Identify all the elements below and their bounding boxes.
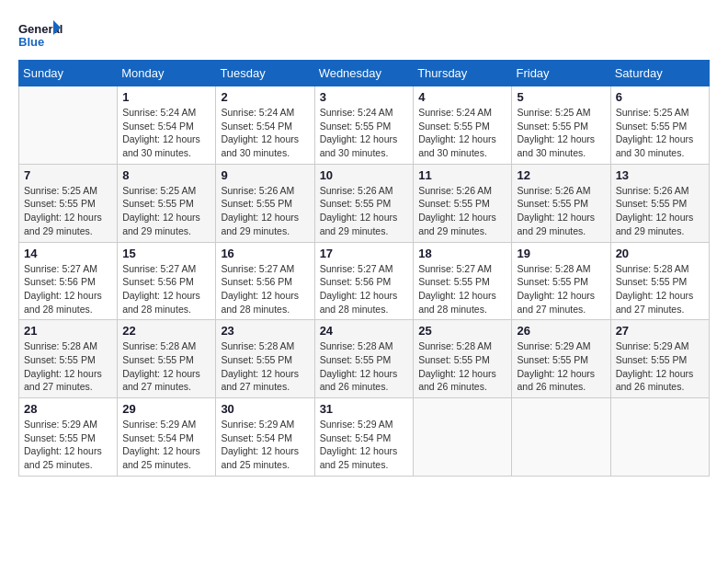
day-info: Sunrise: 5:25 AMSunset: 5:55 PMDaylight:… [24,184,112,238]
day-number: 5 [517,90,605,104]
day-number: 22 [122,324,210,338]
day-number: 12 [517,168,605,182]
day-number: 26 [517,324,605,338]
calendar-cell: 1Sunrise: 5:24 AMSunset: 5:54 PMDaylight… [118,86,216,165]
calendar-cell: 22Sunrise: 5:28 AMSunset: 5:55 PMDayligh… [118,320,216,398]
day-info: Sunrise: 5:28 AMSunset: 5:55 PMDaylight:… [517,262,605,316]
day-info: Sunrise: 5:27 AMSunset: 5:56 PMDaylight:… [122,262,210,316]
day-of-week-tuesday: Tuesday [216,61,314,86]
calendar-cell: 18Sunrise: 5:27 AMSunset: 5:55 PMDayligh… [414,242,512,320]
day-number: 1 [122,90,210,104]
calendar-cell: 28Sunrise: 5:29 AMSunset: 5:55 PMDayligh… [19,398,118,477]
calendar-cell: 29Sunrise: 5:29 AMSunset: 5:54 PMDayligh… [118,398,216,477]
day-info: Sunrise: 5:28 AMSunset: 5:55 PMDaylight:… [320,339,409,394]
week-row-2: 7Sunrise: 5:25 AMSunset: 5:55 PMDaylight… [19,164,710,242]
day-info: Sunrise: 5:25 AMSunset: 5:55 PMDaylight:… [616,106,704,160]
logo: GeneralBlue [18,18,64,51]
day-info: Sunrise: 5:28 AMSunset: 5:55 PMDaylight:… [122,339,210,394]
calendar-cell: 13Sunrise: 5:26 AMSunset: 5:55 PMDayligh… [610,164,709,242]
day-info: Sunrise: 5:28 AMSunset: 5:55 PMDaylight:… [616,262,704,316]
calendar-table: SundayMondayTuesdayWednesdayThursdayFrid… [18,60,710,477]
day-number: 13 [616,168,704,182]
calendar-cell: 16Sunrise: 5:27 AMSunset: 5:56 PMDayligh… [216,242,314,320]
day-number: 27 [616,324,704,338]
calendar-cell: 21Sunrise: 5:28 AMSunset: 5:55 PMDayligh… [19,320,118,398]
calendar-cell: 15Sunrise: 5:27 AMSunset: 5:56 PMDayligh… [118,242,216,320]
week-row-1: 1Sunrise: 5:24 AMSunset: 5:54 PMDaylight… [19,86,710,165]
day-info: Sunrise: 5:25 AMSunset: 5:55 PMDaylight:… [122,184,210,238]
day-info: Sunrise: 5:24 AMSunset: 5:55 PMDaylight:… [418,106,506,160]
day-info: Sunrise: 5:26 AMSunset: 5:55 PMDaylight:… [517,184,605,238]
day-info: Sunrise: 5:29 AMSunset: 5:54 PMDaylight:… [221,418,309,472]
day-number: 21 [24,324,112,338]
calendar-cell: 7Sunrise: 5:25 AMSunset: 5:55 PMDaylight… [19,164,118,242]
calendar-cell: 9Sunrise: 5:26 AMSunset: 5:55 PMDaylight… [216,164,314,242]
calendar-cell: 4Sunrise: 5:24 AMSunset: 5:55 PMDaylight… [414,86,512,165]
day-number: 31 [320,402,409,416]
day-number: 18 [418,247,506,260]
day-number: 2 [221,90,309,104]
day-number: 14 [24,247,112,260]
day-info: Sunrise: 5:26 AMSunset: 5:55 PMDaylight:… [221,184,309,238]
day-number: 28 [24,402,112,416]
calendar-cell: 2Sunrise: 5:24 AMSunset: 5:54 PMDaylight… [216,86,314,165]
day-number: 25 [418,324,506,338]
day-number: 10 [320,168,409,182]
day-info: Sunrise: 5:24 AMSunset: 5:55 PMDaylight:… [320,106,409,160]
day-info: Sunrise: 5:28 AMSunset: 5:55 PMDaylight:… [221,339,309,394]
calendar-cell: 8Sunrise: 5:25 AMSunset: 5:55 PMDaylight… [118,164,216,242]
days-of-week-row: SundayMondayTuesdayWednesdayThursdayFrid… [19,61,710,86]
day-info: Sunrise: 5:29 AMSunset: 5:54 PMDaylight:… [122,418,210,472]
day-info: Sunrise: 5:25 AMSunset: 5:55 PMDaylight:… [517,106,605,160]
day-info: Sunrise: 5:27 AMSunset: 5:55 PMDaylight:… [418,262,506,316]
day-of-week-thursday: Thursday [414,61,512,86]
calendar-cell: 11Sunrise: 5:26 AMSunset: 5:55 PMDayligh… [414,164,512,242]
calendar-cell: 19Sunrise: 5:28 AMSunset: 5:55 PMDayligh… [512,242,610,320]
calendar-cell: 23Sunrise: 5:28 AMSunset: 5:55 PMDayligh… [216,320,314,398]
day-number: 24 [320,324,409,338]
day-info: Sunrise: 5:29 AMSunset: 5:55 PMDaylight:… [616,339,704,394]
calendar-cell: 26Sunrise: 5:29 AMSunset: 5:55 PMDayligh… [512,320,610,398]
calendar-cell [512,398,610,477]
calendar-cell: 24Sunrise: 5:28 AMSunset: 5:55 PMDayligh… [314,320,414,398]
day-info: Sunrise: 5:27 AMSunset: 5:56 PMDaylight:… [221,262,309,316]
calendar-cell: 20Sunrise: 5:28 AMSunset: 5:55 PMDayligh… [610,242,709,320]
day-number: 16 [221,247,309,260]
day-of-week-wednesday: Wednesday [314,61,414,86]
day-of-week-monday: Monday [118,61,216,86]
day-info: Sunrise: 5:24 AMSunset: 5:54 PMDaylight:… [122,106,210,160]
week-row-3: 14Sunrise: 5:27 AMSunset: 5:56 PMDayligh… [19,242,710,320]
day-info: Sunrise: 5:24 AMSunset: 5:54 PMDaylight:… [221,106,309,160]
calendar-cell: 10Sunrise: 5:26 AMSunset: 5:55 PMDayligh… [314,164,414,242]
week-row-5: 28Sunrise: 5:29 AMSunset: 5:55 PMDayligh… [19,398,710,477]
logo-svg: GeneralBlue [18,18,64,51]
day-number: 20 [616,247,704,260]
day-info: Sunrise: 5:26 AMSunset: 5:55 PMDaylight:… [320,184,409,238]
day-number: 15 [122,247,210,260]
day-number: 9 [221,168,309,182]
day-number: 7 [24,168,112,182]
calendar-cell: 3Sunrise: 5:24 AMSunset: 5:55 PMDaylight… [314,86,414,165]
calendar-cell: 14Sunrise: 5:27 AMSunset: 5:56 PMDayligh… [19,242,118,320]
day-number: 19 [517,247,605,260]
calendar-cell: 27Sunrise: 5:29 AMSunset: 5:55 PMDayligh… [610,320,709,398]
day-number: 8 [122,168,210,182]
day-number: 23 [221,324,309,338]
day-info: Sunrise: 5:27 AMSunset: 5:56 PMDaylight:… [320,262,409,316]
day-info: Sunrise: 5:26 AMSunset: 5:55 PMDaylight:… [616,184,704,238]
calendar-cell: 17Sunrise: 5:27 AMSunset: 5:56 PMDayligh… [314,242,414,320]
day-of-week-saturday: Saturday [610,61,709,86]
day-info: Sunrise: 5:28 AMSunset: 5:55 PMDaylight:… [418,339,506,394]
calendar-cell: 31Sunrise: 5:29 AMSunset: 5:54 PMDayligh… [314,398,414,477]
day-info: Sunrise: 5:29 AMSunset: 5:55 PMDaylight:… [517,339,605,394]
day-number: 29 [122,402,210,416]
calendar-cell [414,398,512,477]
calendar-cell: 5Sunrise: 5:25 AMSunset: 5:55 PMDaylight… [512,86,610,165]
calendar-cell: 30Sunrise: 5:29 AMSunset: 5:54 PMDayligh… [216,398,314,477]
day-number: 4 [418,90,506,104]
calendar-cell: 25Sunrise: 5:28 AMSunset: 5:55 PMDayligh… [414,320,512,398]
day-number: 6 [616,90,704,104]
day-of-week-sunday: Sunday [19,61,118,86]
day-info: Sunrise: 5:27 AMSunset: 5:56 PMDaylight:… [24,262,112,316]
day-number: 17 [320,247,409,260]
